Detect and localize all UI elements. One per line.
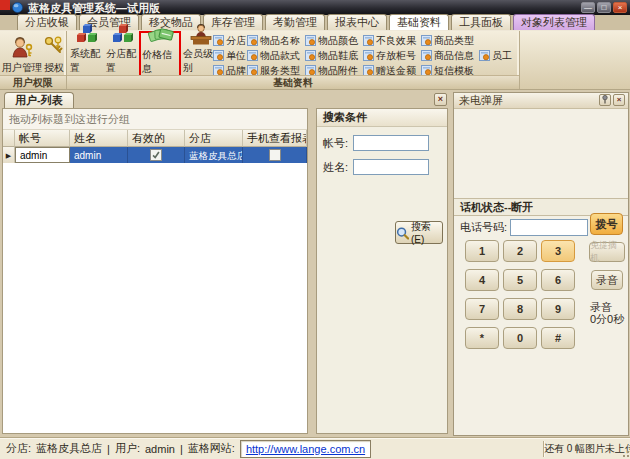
toolbar-item-branch[interactable]: 分店: [213, 34, 247, 48]
ribbon-toolbar: 用户管理 授权 用户权限 系统配置: [0, 31, 630, 90]
toolbar-item-label: 不良效果: [376, 34, 416, 48]
dial-button[interactable]: 拨号: [590, 213, 623, 235]
caller-panel-close-button[interactable]: ×: [613, 94, 625, 106]
tab-tool-panel[interactable]: 工具面板: [451, 14, 511, 30]
tab-branch-cashier[interactable]: 分店收银: [17, 14, 77, 30]
keypad-5[interactable]: 5: [503, 269, 537, 291]
toolbar-item-product-type[interactable]: 商品类型: [421, 34, 479, 48]
toolbar-group-label: 用户权限: [0, 75, 66, 89]
minimize-button[interactable]: —: [581, 2, 595, 13]
account-input[interactable]: [353, 135, 429, 151]
toolbar-item-label: 系统配置: [70, 47, 104, 75]
account-label: 帐号:: [323, 136, 348, 151]
grid-header-mobile-report[interactable]: 手机查看报表: [243, 130, 307, 147]
record-duration-value: 0分0秒: [590, 313, 624, 325]
tab-reports[interactable]: 报表中心: [327, 14, 387, 30]
toolbar-item-price-info[interactable]: 价格信息: [142, 34, 180, 76]
toolbar-item-staff[interactable]: 员工: [479, 49, 513, 63]
doc-tab-user-list[interactable]: 用户-列表: [4, 92, 74, 108]
toolbar-item-label: 授权: [44, 61, 64, 75]
website-link-box: http://www.lange.com.cn: [240, 440, 371, 458]
toolbar-item-authorize[interactable]: 授权: [43, 33, 65, 75]
toolbar-item-label: 价格信息: [142, 48, 180, 76]
cell-mobile-report[interactable]: [243, 147, 307, 163]
toolbar-item-storage-cabinet[interactable]: 存放柜号: [363, 49, 421, 63]
keypad-8[interactable]: 8: [503, 298, 537, 320]
phone-number-label: 电话号码:: [460, 220, 507, 235]
tab-object-list-management[interactable]: 对象列表管理: [513, 14, 595, 30]
member-desk-icon: [189, 23, 213, 45]
keypad-7[interactable]: 7: [465, 298, 499, 320]
toolbar-item-item-sole[interactable]: 物品鞋底: [305, 49, 363, 63]
form-gear-icon: [363, 50, 374, 61]
search-panel: 搜索条件 帐号: 姓名: 搜索(E): [316, 108, 448, 434]
name-input[interactable]: [353, 159, 429, 175]
cell-account[interactable]: admin: [15, 147, 70, 163]
toolbar-item-label: 物品颜色: [318, 34, 358, 48]
toolbar-item-unit[interactable]: 单位: [213, 49, 247, 63]
grid-header-row: 帐号 姓名 有效的 分店 手机查看报表: [3, 130, 307, 147]
user-label: 用户:: [115, 441, 140, 456]
keypad-2[interactable]: 2: [503, 240, 537, 262]
toolbar-item-branch-config[interactable]: 分店配置: [106, 33, 140, 75]
grid-header-account[interactable]: 帐号: [15, 130, 70, 147]
user-value: admin: [145, 443, 175, 455]
cubes-icon: [75, 23, 99, 45]
record-duration-label: 录音: [590, 301, 624, 313]
cell-name[interactable]: admin: [70, 147, 128, 163]
table-row[interactable]: ▶ admin admin 蓝格皮具总店: [3, 147, 307, 163]
grid-header-indicator: [3, 130, 15, 147]
keypad-hash[interactable]: #: [541, 327, 575, 349]
pin-button[interactable]: [599, 94, 611, 106]
toolbar-item-label: 商品类型: [434, 34, 474, 48]
toolbar-item-label: 存放柜号: [376, 49, 416, 63]
toolbar-item-label: 物品名称: [260, 34, 300, 48]
form-gear-icon: [421, 35, 432, 46]
form-gear-icon: [305, 35, 316, 46]
resize-grip[interactable]: [621, 449, 629, 457]
keypad-6[interactable]: 6: [541, 269, 575, 291]
search-icon: [396, 226, 409, 240]
grid-header-valid[interactable]: 有效的: [128, 130, 185, 147]
tab-basic-data[interactable]: 基础资料: [389, 14, 449, 30]
annotation-red-box: 价格信息: [139, 31, 181, 77]
close-button[interactable]: ×: [613, 2, 627, 13]
keypad-4[interactable]: 4: [465, 269, 499, 291]
keypad-9[interactable]: 9: [541, 298, 575, 320]
maximize-button[interactable]: □: [597, 2, 611, 13]
toolbar-item-bad-effects[interactable]: 不良效果: [363, 34, 421, 48]
toolbar-item-item-color[interactable]: 物品颜色: [305, 34, 363, 48]
search-button[interactable]: 搜索(E): [395, 221, 443, 244]
form-gear-icon: [363, 35, 374, 46]
checkbox-unchecked[interactable]: [269, 149, 281, 161]
toolbar-item-label: 商品信息: [434, 49, 474, 63]
form-gear-icon: [213, 35, 224, 46]
handsfree-button[interactable]: 免提摘机: [589, 242, 625, 262]
grid-header-branch[interactable]: 分店: [185, 130, 243, 147]
status-left-section: 分店: 蓝格皮具总店 | 用户: admin | 蓝格网站: http://ww…: [0, 440, 543, 458]
keypad-3[interactable]: 3: [541, 240, 575, 262]
form-gear-icon: [213, 50, 224, 61]
toolbar-item-label: 用户管理: [2, 61, 42, 75]
website-link[interactable]: http://www.lange.com.cn: [246, 443, 365, 455]
cell-branch[interactable]: 蓝格皮具总店: [185, 147, 243, 163]
checkbox-checked[interactable]: [150, 149, 162, 161]
form-gear-icon: [421, 50, 432, 61]
toolbar-item-product-info[interactable]: 商品信息: [421, 49, 479, 63]
app-window: { "window": { "title": "蓝格皮具管理系统—试用版", "…: [0, 0, 630, 459]
toolbar-item-user-management[interactable]: 用户管理: [2, 33, 42, 75]
keypad-0[interactable]: 0: [503, 327, 537, 349]
branch-value: 蓝格皮具总店: [36, 441, 102, 456]
keypad-1[interactable]: 1: [465, 240, 499, 262]
tab-attendance[interactable]: 考勤管理: [265, 14, 325, 30]
toolbar-item-item-name[interactable]: 物品名称: [247, 34, 305, 48]
toolbar-item-system-config[interactable]: 系统配置: [70, 33, 104, 75]
title-bar: 蓝格皮具管理系统—试用版 — □ ×: [0, 0, 630, 15]
keypad-star[interactable]: *: [465, 327, 499, 349]
workspace-close-button[interactable]: ×: [434, 93, 447, 106]
grid-header-name[interactable]: 姓名: [70, 130, 128, 147]
toolbar-item-item-style[interactable]: 物品款式: [247, 49, 305, 63]
phone-number-input[interactable]: [510, 219, 588, 236]
record-button[interactable]: 录音: [591, 270, 623, 290]
cell-valid[interactable]: [128, 147, 185, 163]
